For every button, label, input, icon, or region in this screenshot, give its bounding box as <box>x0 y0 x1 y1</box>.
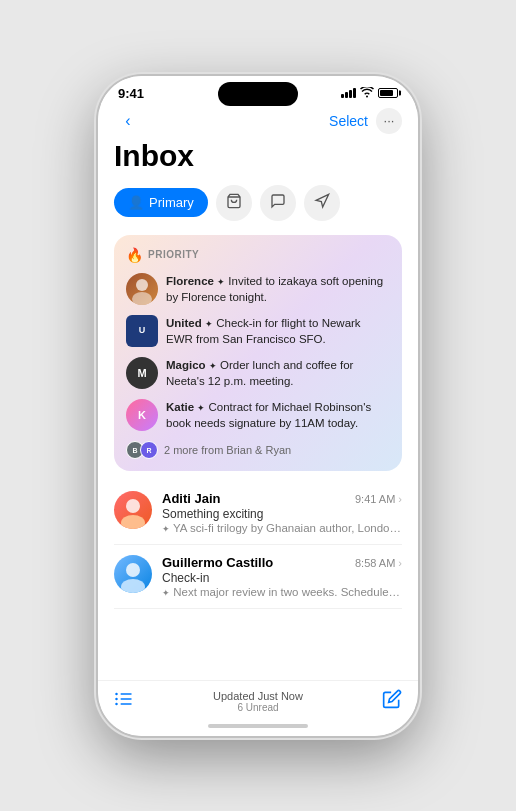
more-button[interactable]: ··· <box>376 108 402 134</box>
wifi-icon <box>360 87 374 100</box>
battery-icon <box>378 88 398 98</box>
priority-item-united[interactable]: U United ✦ Check-in for flight to Newark… <box>126 315 390 347</box>
svg-point-3 <box>126 499 140 513</box>
compose-button[interactable] <box>382 689 402 714</box>
more-from[interactable]: B R 2 more from Brian & Ryan <box>126 441 390 459</box>
tab-shopping[interactable] <box>216 185 252 221</box>
priority-text-katie: Katie ✦ Contract for Michael Robinson's … <box>166 399 390 431</box>
email-subject-aditi: Something exciting <box>162 507 402 521</box>
phone-screen: 9:41 <box>98 76 418 736</box>
megaphone-icon <box>314 193 330 212</box>
primary-tab-label: Primary <box>149 195 194 210</box>
avatar-katie: K <box>126 399 158 431</box>
svg-point-5 <box>126 563 140 577</box>
chevron-right-icon-2: › <box>398 557 402 569</box>
email-preview-aditi: ✦ YA sci-fi trilogy by Ghanaian author, … <box>162 522 402 534</box>
battery-fill <box>380 90 393 96</box>
avatar-magico: M <box>126 357 158 389</box>
status-time: 9:41 <box>118 86 144 101</box>
nav-right: Select ··· <box>329 108 402 134</box>
email-sender-guillermo: Guillermo Castillo <box>162 555 273 570</box>
more-text: 2 more from Brian & Ryan <box>164 444 291 456</box>
email-header-guillermo: Guillermo Castillo 8:58 AM › <box>162 555 402 570</box>
dynamic-island <box>218 82 298 106</box>
message-icon <box>270 193 286 212</box>
tab-messages[interactable] <box>260 185 296 221</box>
email-header-aditi: Aditi Jain 9:41 AM › <box>162 491 402 506</box>
priority-icon: 🔥 <box>126 247 143 263</box>
email-meta-aditi: 9:41 AM › <box>355 493 402 505</box>
priority-text-united: United ✦ Check-in for flight to Newark E… <box>166 315 390 347</box>
email-preview-guillermo: ✦ Next major review in two weeks. Schedu… <box>162 586 402 598</box>
filter-tabs: 👤 Primary <box>114 185 402 221</box>
priority-header: 🔥 PRIORITY <box>126 247 390 263</box>
email-time-guillermo: 8:58 AM <box>355 557 395 569</box>
tab-primary[interactable]: 👤 Primary <box>114 188 208 217</box>
svg-point-6 <box>121 579 145 593</box>
email-sender-aditi: Aditi Jain <box>162 491 221 506</box>
priority-item-florence[interactable]: Florence ✦ Invited to izakaya soft openi… <box>126 273 390 305</box>
priority-text-magico: Magico ✦ Order lunch and coffee for Neet… <box>166 357 390 389</box>
bottom-bar: Updated Just Now 6 Unread <box>98 680 418 720</box>
bottom-center: Updated Just Now 6 Unread <box>213 690 303 713</box>
updated-text: Updated Just Now <box>213 690 303 702</box>
email-subject-guillermo: Check-in <box>162 571 402 585</box>
nav-bar: ‹ Select ··· <box>98 105 418 139</box>
email-item-aditi[interactable]: Aditi Jain 9:41 AM › Something exciting … <box>114 481 402 545</box>
inbox-title: Inbox <box>114 139 402 173</box>
home-indicator <box>208 724 308 728</box>
priority-item-katie[interactable]: K Katie ✦ Contract for Michael Robinson'… <box>126 399 390 431</box>
avatar-guillermo <box>114 555 152 593</box>
status-icons <box>341 87 398 100</box>
svg-point-2 <box>132 292 152 305</box>
chevron-right-icon: › <box>398 493 402 505</box>
email-meta-guillermo: 8:58 AM › <box>355 557 402 569</box>
select-button[interactable]: Select <box>329 113 368 129</box>
unread-count: 6 Unread <box>213 702 303 713</box>
back-button[interactable]: ‹ <box>114 107 142 135</box>
priority-card: 🔥 PRIORITY Florence ✦ Invited to izakaya… <box>114 235 402 472</box>
more-avatar-ryan: R <box>140 441 158 459</box>
content-area: Inbox 👤 Primary <box>98 139 418 680</box>
avatar-united: U <box>126 315 158 347</box>
shopping-icon <box>226 193 242 212</box>
more-avatars: B R <box>126 441 158 459</box>
phone-shell: 9:41 <box>98 76 418 736</box>
email-content-guillermo: Guillermo Castillo 8:58 AM › Check-in ✦ … <box>162 555 402 598</box>
svg-point-4 <box>121 515 145 529</box>
priority-text-florence: Florence ✦ Invited to izakaya soft openi… <box>166 273 390 305</box>
email-content-aditi: Aditi Jain 9:41 AM › Something exciting … <box>162 491 402 534</box>
email-item-guillermo[interactable]: Guillermo Castillo 8:58 AM › Check-in ✦ … <box>114 545 402 609</box>
email-time-aditi: 9:41 AM <box>355 493 395 505</box>
tab-promotions[interactable] <box>304 185 340 221</box>
priority-item-magico[interactable]: M Magico ✦ Order lunch and coffee for Ne… <box>126 357 390 389</box>
filter-icon[interactable] <box>114 689 134 714</box>
avatar-florence <box>126 273 158 305</box>
primary-tab-icon: 👤 <box>128 195 144 210</box>
signal-icon <box>341 88 356 98</box>
svg-point-1 <box>136 279 148 291</box>
priority-label: PRIORITY <box>148 249 199 260</box>
avatar-aditi-jain <box>114 491 152 529</box>
